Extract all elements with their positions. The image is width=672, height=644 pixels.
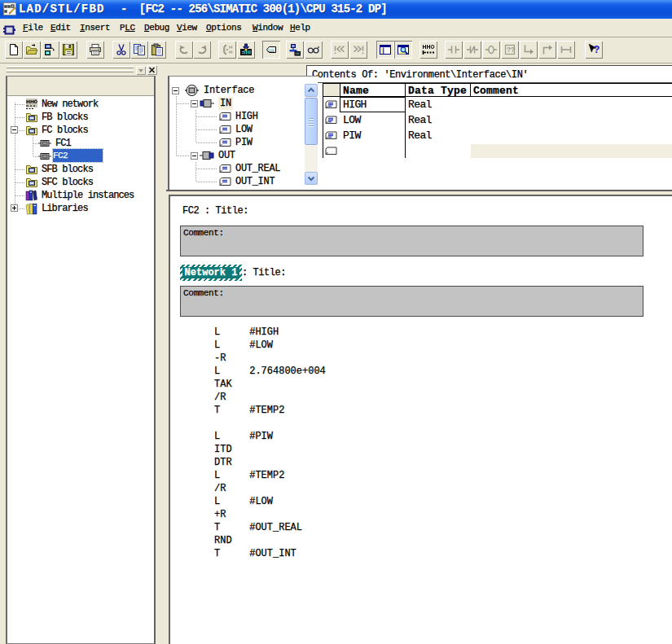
svg-text:??: ?? xyxy=(507,46,515,55)
svg-text:?: ? xyxy=(594,43,600,55)
